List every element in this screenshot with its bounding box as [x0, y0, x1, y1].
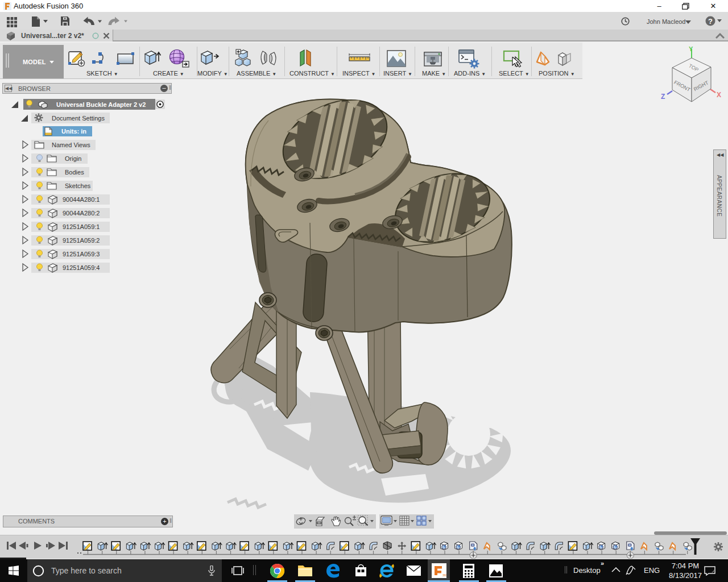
svg-text:Units: in: Units: in	[61, 128, 86, 135]
svg-text:Z: Z	[661, 93, 665, 101]
svg-text:91251A059:3: 91251A059:3	[63, 251, 100, 257]
svg-text:90044A280:2: 90044A280:2	[63, 210, 100, 217]
svg-text:Y: Y	[689, 45, 693, 52]
svg-text:91251A059:1: 91251A059:1	[63, 223, 100, 230]
svg-text:Universal Buckle Adapter 2 v2: Universal Buckle Adapter 2 v2	[56, 101, 146, 108]
svg-text:90044A280:1: 90044A280:1	[63, 196, 100, 203]
svg-text:Origin: Origin	[65, 155, 81, 162]
svg-text:Document Settings: Document Settings	[52, 115, 105, 122]
svg-text:91251A059:4: 91251A059:4	[63, 264, 100, 271]
svg-text:91251A059:2: 91251A059:2	[63, 237, 100, 244]
svg-text:Sketches: Sketches	[65, 182, 91, 189]
svg-text:Bodies: Bodies	[65, 169, 84, 176]
svg-text:X: X	[717, 91, 721, 99]
svg-text:Named Views: Named Views	[52, 142, 90, 148]
svg-text:?: ?	[708, 17, 713, 26]
svg-text:360: 360	[442, 573, 446, 577]
